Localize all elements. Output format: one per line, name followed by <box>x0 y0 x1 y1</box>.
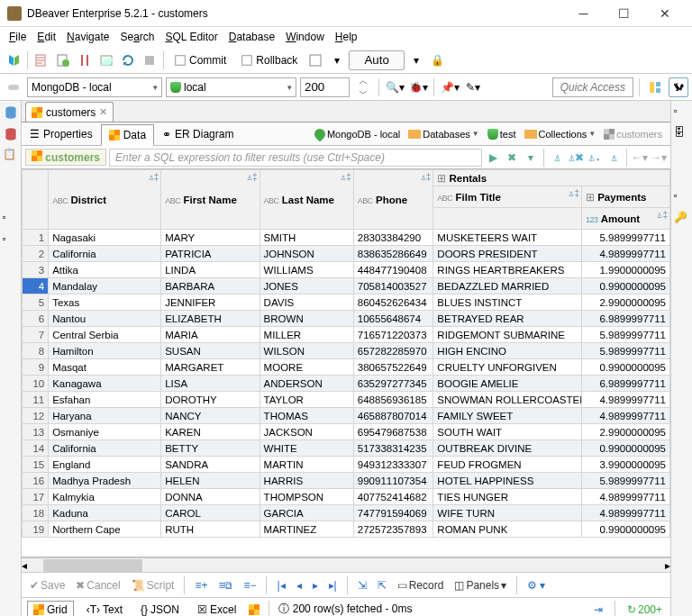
save-button[interactable]: ✔ Save <box>27 579 68 592</box>
filter-save-icon[interactable]: ⍋▾ <box>587 149 603 166</box>
view-json[interactable]: {} JSON <box>135 602 185 617</box>
nav-back-icon[interactable]: ←▾ <box>632 149 648 166</box>
table-row[interactable]: 17 Kalmykia DONNA THOMPSON 407752414682 … <box>23 489 670 505</box>
table-row[interactable]: 14 California BETTY WHITE 517338314235 O… <box>23 440 670 457</box>
spinner-icon[interactable] <box>353 77 373 97</box>
bookmarks-icon[interactable]: 📋 <box>3 148 19 164</box>
tab-properties[interactable]: ☰Properties <box>22 123 101 145</box>
debug-icon[interactable]: 🐞▾ <box>408 77 428 97</box>
col-last-name[interactable]: ABC Last Name⍋‡ <box>260 170 353 230</box>
pin-icon[interactable]: 📌▾ <box>440 77 460 97</box>
table-row[interactable]: 11 Esfahan DOROTHY TAYLOR 648856936185 S… <box>23 392 670 408</box>
datasource-combo[interactable]: MongoDB - local▾ <box>27 77 162 97</box>
filter-column-icon[interactable]: ⍋ <box>606 149 622 166</box>
rowcount-button[interactable]: ↻ 200+ <box>624 603 665 616</box>
crumb-connection[interactable]: MongoDB - local <box>312 129 403 140</box>
panels-button[interactable]: ◫ Panels ▾ <box>451 579 509 592</box>
minimized2-icon[interactable]: ▫ <box>3 232 19 249</box>
table-row[interactable]: 4 Mandalay BARBARA JONES 705814003527 BE… <box>23 278 670 294</box>
col-amount[interactable]: 123 Amount⍋‡ <box>581 208 669 230</box>
crumb-test[interactable]: test <box>485 129 519 140</box>
table-row[interactable]: 3 Attika LINDA WILLIAMS 448477190408 RIN… <box>23 262 670 278</box>
filter-input[interactable]: Enter a SQL expression to filter results… <box>109 149 482 167</box>
table-row[interactable]: 6 Nantou ELIZABETH BROWN 10655648674 BET… <box>23 311 670 327</box>
minimize-button[interactable]: ─ <box>563 0 604 27</box>
col-film-title[interactable]: ABC Film Title⍋‡ <box>433 186 582 208</box>
crumb-databases[interactable]: Databases▼ <box>405 129 482 140</box>
filter-history-icon[interactable]: ▾ <box>523 149 539 166</box>
export-icon[interactable]: ⇲ <box>355 579 369 592</box>
menu-help[interactable]: Help <box>330 29 363 45</box>
menu-sql-editor[interactable]: SQL Editor <box>159 29 223 45</box>
view-grid[interactable]: Grid <box>27 601 74 617</box>
driver-icon[interactable] <box>4 77 23 97</box>
open-icon[interactable] <box>96 50 116 70</box>
menu-edit[interactable]: Edit <box>32 29 61 45</box>
wand-icon[interactable]: ✎▾ <box>463 77 483 97</box>
remove-filter-icon[interactable]: ✖ <box>504 149 520 166</box>
perspective-icon[interactable] <box>645 77 665 97</box>
tx-log-icon[interactable] <box>305 50 325 70</box>
table-row[interactable]: 8 Hamilton SUSAN WILSON 657282285970 HIG… <box>23 343 670 359</box>
new-connection-icon[interactable] <box>4 50 23 70</box>
cancel-button[interactable]: ✖ Cancel <box>73 579 123 592</box>
table-row[interactable]: 13 Osmaniye KAREN JACKSON 695479687538 S… <box>23 424 670 440</box>
quick-access[interactable]: Quick Access <box>552 77 633 97</box>
autosize-icon[interactable]: ⇥ <box>591 603 606 616</box>
first-page-icon[interactable]: |◂ <box>274 579 287 592</box>
tx-mode-dropdown[interactable]: ▾ <box>327 50 347 70</box>
recent-sql-icon[interactable] <box>53 50 73 70</box>
filter-custom-icon[interactable]: ⍋✖ <box>568 149 584 166</box>
crumb-collections[interactable]: Collections▼ <box>522 129 599 140</box>
tab-er-diagram[interactable]: ⚭ER Diagram <box>154 123 241 145</box>
menu-file[interactable]: File <box>4 29 32 45</box>
config-icon[interactable]: ⚙ ▾ <box>524 579 548 592</box>
col-district[interactable]: ABC District⍋‡ <box>49 170 161 230</box>
apply-filter-icon[interactable]: ▶ <box>485 149 501 166</box>
close-button[interactable]: ✕ <box>644 0 685 27</box>
nav-tree-icon[interactable] <box>3 104 19 121</box>
new-sql-icon[interactable] <box>32 50 51 70</box>
auto-button[interactable]: Auto <box>349 50 404 70</box>
table-row[interactable]: 5 Texas JENNIFER DAVIS 860452626434 BLUE… <box>23 294 670 311</box>
table-row[interactable]: 9 Masqat MARGARET MOORE 380657522649 CRU… <box>23 359 670 376</box>
menu-window[interactable]: Window <box>280 29 330 45</box>
horizontal-scrollbar[interactable]: ◂▸ <box>22 557 670 572</box>
data-grid[interactable]: ABC District⍋‡ ABC First Name⍋‡ ABC Last… <box>22 169 670 557</box>
table-row[interactable]: 18 Kaduna CAROL GARCIA 747791594069 WIFE… <box>23 505 670 521</box>
col-first-name[interactable]: ABC First Name⍋‡ <box>161 170 260 230</box>
delete-row-icon[interactable]: ≡− <box>241 579 259 592</box>
next-page-icon[interactable]: ▸ <box>310 579 321 592</box>
nav-fwd-icon[interactable]: →▾ <box>651 149 667 166</box>
filter-settings-icon[interactable]: ⍋ <box>549 149 565 166</box>
projects-icon[interactable] <box>3 126 19 142</box>
menu-database[interactable]: Database <box>223 29 280 45</box>
col-payments[interactable]: ⊞ Payments <box>581 186 669 208</box>
tab-data[interactable]: Data <box>101 124 154 146</box>
crumb-customers[interactable]: customers <box>601 129 665 140</box>
tab-close-icon[interactable]: ✕ <box>99 106 107 118</box>
table-row[interactable]: 2 California PATRICIA JOHNSON 8386352866… <box>23 246 670 262</box>
toggle-icon[interactable] <box>75 50 95 70</box>
tx-dropdown-icon[interactable]: ▾ <box>406 50 426 70</box>
dbeaver-perspective-icon[interactable]: 🐿 <box>669 77 688 97</box>
table-row[interactable]: 7 Central Serbia MARIA MILLER 7165712203… <box>23 327 670 343</box>
help-icon[interactable]: ▫ <box>674 189 690 205</box>
key-icon[interactable]: 🔑 <box>674 211 690 227</box>
minimized-icon[interactable]: ▫ <box>3 211 19 227</box>
import-icon[interactable]: ⇱ <box>375 579 389 592</box>
refresh-icon[interactable] <box>118 50 138 70</box>
menu-search[interactable]: Search <box>114 29 159 45</box>
find-icon[interactable]: 🔍▾ <box>385 77 405 97</box>
table-row[interactable]: 16 Madhya Pradesh HELEN HARRIS 990911107… <box>23 473 670 489</box>
rowcount-input[interactable] <box>300 77 350 97</box>
col-phone[interactable]: ABC Phone⍋‡ <box>353 170 433 230</box>
view-excel[interactable]: ☒ Excel <box>192 602 241 617</box>
table-row[interactable]: 15 England SANDRA MARTIN 949312333307 FE… <box>23 457 670 473</box>
copy-row-icon[interactable]: ≡⧉ <box>215 579 235 592</box>
database-combo[interactable]: local▾ <box>166 77 296 97</box>
rollback-button[interactable]: Rollback <box>234 50 304 70</box>
script-button[interactable]: 📜 Script <box>129 579 178 592</box>
commit-button[interactable]: Commit <box>168 50 232 70</box>
qm-icon[interactable]: 🗄 <box>674 126 690 142</box>
